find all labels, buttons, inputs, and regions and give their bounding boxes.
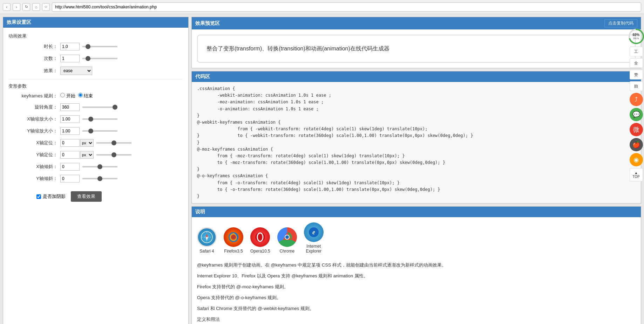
bottom-row: 是否加阴影 查看效果 [8,188,183,202]
url-bar[interactable] [52,2,641,12]
skew-x-row: X轴倾斜： [8,163,183,171]
effect-select[interactable]: ease linear ease-in ease-out ease-in-out [60,67,92,75]
home-button[interactable]: ⌂ [32,3,40,11]
firefox-icon [224,227,243,247]
preview-header: 效果预览区 点击复制代码 [192,17,641,29]
radio-start-label[interactable]: 开始 [60,93,75,99]
shadow-text: 是否加阴影 [43,193,66,200]
count-label: 次数： [8,55,57,62]
svg-point-6 [231,235,236,240]
rss-icon-btn[interactable]: ◉ [630,153,643,166]
duration-label: 时长： [8,43,57,50]
translate-x-row: X轴定位： px em [8,139,183,147]
copy-code-button[interactable]: 点击复制代码 [604,19,637,27]
translate-y-row: Y轴定位： px em [8,151,183,159]
animation-section-title: 动画效果 [8,33,183,39]
shadow-checkbox[interactable] [36,194,41,199]
apple-icon-btn[interactable]: 🍎 [630,138,643,151]
forward-button[interactable]: › [13,3,20,11]
weibo-icon-btn[interactable]: 微 [630,123,643,136]
duration-input[interactable] [60,43,80,50]
back-button[interactable]: ‹ [3,3,11,11]
skew-x-input[interactable] [60,163,80,171]
translate-x-unit-select[interactable]: px em [80,139,94,147]
all-btn[interactable]: 全 [630,58,643,68]
shadow-label[interactable]: 是否加阴影 [36,193,66,200]
exp-line-2: Internet Explorer 10、Firefox 以及 Opera 支持… [197,271,636,281]
explanation-header: 说明 [192,207,641,217]
transform-section-title: 变形参数 [8,83,183,89]
browser-icon-ie: e InternetExplorer [304,222,324,254]
share-icon-btn[interactable]: ⤴ [630,93,643,106]
exp-line-1: @keyframes 规则用于创建动画。在 @keyframes 中规定某项 C… [197,261,636,270]
translate-y-input[interactable] [60,151,80,159]
ie-label: InternetExplorer [306,244,321,254]
rotate-input[interactable] [60,103,80,111]
like-btn[interactable]: 赞 [630,70,643,80]
tool-btn[interactable]: 工 [630,47,643,56]
scale-x-row: X轴缩放大小： [8,115,183,123]
explanation-text: @keyframes 规则用于创建动画。在 @keyframes 中规定某项 C… [197,261,636,324]
skew-y-input[interactable] [60,175,80,182]
exp-line-3: Firefox 支持替代的 @-moz-keyframes 规则。 [197,282,636,291]
refresh-button[interactable]: ↻ [22,3,30,11]
wechat-icon-btn[interactable]: 💬 [630,108,643,121]
code-header: 代码区 [192,71,641,82]
code-content: .cssAnimation { -webkit-animation: cssAn… [197,85,636,200]
section-divider [8,79,183,80]
preview-area: 效果预览区 点击复制代码 整合了变形(transform)、转换(transit… [191,17,641,68]
radio-start-text: 开始 [66,93,75,98]
chrome-label: Chrome [279,249,294,254]
browser-icon-chrome: Chrome [277,227,297,254]
browser-icon-opera: Opera10.5 [250,227,270,254]
speed-value: 0K/s [632,37,639,40]
scale-y-label: Y轴缩放大小： [8,128,57,134]
exp-line-4: Opera 支持替代的 @-o-keyframes 规则。 [197,293,636,302]
scroll-top-btn[interactable]: ▲ TOP [630,168,643,181]
progress-circle: 69% 0K/s [628,28,644,45]
translate-x-label: X轴定位： [8,140,57,146]
rotate-slider[interactable] [82,106,117,108]
radio-end[interactable] [78,93,83,97]
translate-y-slider[interactable] [96,154,131,156]
progress-text: 69% 0K/s [632,33,639,40]
safari-label: Safari 4 [199,249,214,254]
browser-icon-safari: Safari 4 [197,227,217,254]
preview-box: 整合了变形(transform)、转换(transition)和动画(anima… [197,35,636,63]
count-input[interactable] [60,55,80,62]
translate-y-unit-select[interactable]: px em [80,151,94,159]
help-btn[interactable]: 助 [630,81,643,91]
keyframes-label: keyframes 规则： [8,93,57,99]
left-panel-header: 效果设置区 [3,17,188,28]
scale-y-slider[interactable] [82,130,117,132]
skew-y-slider[interactable] [82,178,117,179]
keyframes-row: keyframes 规则： 开始 结束 [8,93,183,99]
opera-icon [250,227,270,247]
translate-x-slider[interactable] [96,142,131,144]
exp-line-6: 定义和用法 [197,315,636,324]
radio-start[interactable] [60,93,65,97]
scale-x-slider[interactable] [82,118,117,120]
skew-x-slider[interactable] [82,166,117,167]
translate-y-label: Y轴定位： [8,152,57,158]
skew-y-row: Y轴倾斜： [8,175,183,182]
safari-icon [197,227,217,247]
radio-end-label[interactable]: 结束 [78,93,93,99]
progress-value: 69% [632,33,639,37]
chrome-icon [277,227,297,247]
count-slider[interactable] [82,58,117,59]
duration-slider[interactable] [82,46,117,47]
code-area: 代码区 .cssAnimation { -webkit-animation: c… [191,71,641,204]
view-effect-button[interactable]: 查看效果 [71,191,102,202]
svg-text:e: e [312,229,315,236]
duration-row: 时长： [8,43,183,50]
preview-title: 效果预览区 [195,20,220,27]
scale-y-input[interactable] [60,127,80,135]
scale-x-input[interactable] [60,115,80,123]
effect-label: 效果： [8,68,57,74]
star-button[interactable]: ☆ [42,3,50,11]
skew-x-label: X轴倾斜： [8,164,57,170]
browser-icons: Safari 4 Firefox3.5 [197,222,636,254]
right-panel: 效果预览区 点击复制代码 整合了变形(transform)、转换(transit… [191,17,641,324]
translate-x-input[interactable] [60,139,80,147]
